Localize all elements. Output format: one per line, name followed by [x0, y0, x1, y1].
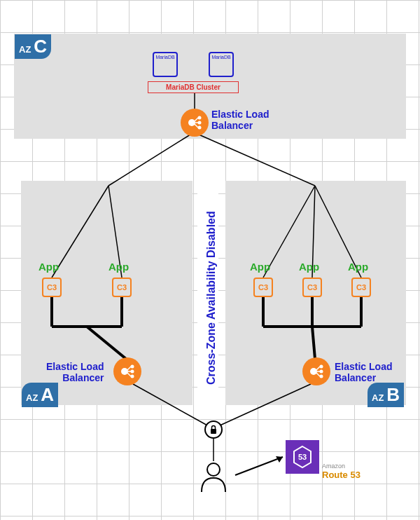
- app-label: App: [299, 261, 319, 273]
- svg-line-39: [133, 384, 209, 426]
- svg-point-1: [198, 116, 202, 120]
- svg-line-40: [218, 384, 311, 426]
- mariadb-instance: MariaDB: [153, 52, 178, 77]
- svg-point-8: [131, 365, 134, 369]
- svg-line-24: [199, 135, 315, 186]
- svg-line-13: [127, 373, 131, 376]
- svg-point-0: [188, 119, 195, 126]
- route53-label: Amazon Route 53: [322, 461, 360, 480]
- c3-instance: C3: [253, 278, 273, 297]
- elb-label-top: Elastic Load Balancer: [211, 109, 269, 131]
- app-label: App: [348, 261, 368, 273]
- svg-point-9: [131, 370, 134, 374]
- svg-rect-21: [211, 429, 216, 434]
- app-label: App: [108, 261, 129, 273]
- elb-icon-top: [181, 109, 209, 137]
- load-balancer-icon: [186, 114, 203, 131]
- elb-label-left: Elastic Load Balancer: [46, 361, 104, 383]
- load-balancer-icon: [308, 363, 325, 380]
- svg-line-23: [108, 135, 190, 186]
- c3-instance: C3: [351, 278, 371, 297]
- c3-instance: C3: [112, 278, 132, 297]
- c3-instance: C3: [42, 278, 62, 297]
- svg-line-18: [316, 367, 320, 370]
- svg-point-10: [131, 375, 134, 378]
- app-label: App: [38, 261, 59, 273]
- svg-line-25: [52, 186, 108, 278]
- svg-line-20: [316, 373, 320, 376]
- svg-point-14: [310, 368, 317, 375]
- mariadb-cluster-label: MariaDB Cluster: [148, 81, 239, 93]
- svg-point-15: [320, 365, 323, 369]
- svg-line-42: [235, 457, 283, 475]
- svg-text:53: 53: [298, 453, 307, 461]
- svg-line-4: [195, 118, 198, 121]
- svg-point-17: [320, 375, 323, 378]
- c3-instance: C3: [302, 278, 322, 297]
- svg-line-6: [195, 124, 198, 128]
- svg-point-3: [198, 126, 202, 130]
- svg-line-33: [87, 327, 126, 359]
- mariadb-instance: MariaDB: [209, 52, 234, 77]
- lock-icon: [204, 420, 223, 439]
- cross-zone-label: Cross-Zone Availability Disabled: [205, 203, 218, 385]
- svg-point-16: [320, 370, 323, 374]
- user-icon: [202, 463, 225, 492]
- svg-point-44: [207, 463, 220, 476]
- svg-point-2: [198, 121, 202, 125]
- svg-line-11: [127, 367, 131, 370]
- route53-icon: 53: [286, 440, 319, 474]
- svg-point-7: [121, 368, 128, 375]
- elb-icon-right: [302, 357, 330, 385]
- svg-line-38: [312, 327, 315, 359]
- elb-icon-left: [113, 357, 141, 385]
- load-balancer-icon: [119, 363, 136, 380]
- app-label: App: [250, 261, 270, 273]
- elb-label-right: Elastic Load Balancer: [335, 361, 392, 383]
